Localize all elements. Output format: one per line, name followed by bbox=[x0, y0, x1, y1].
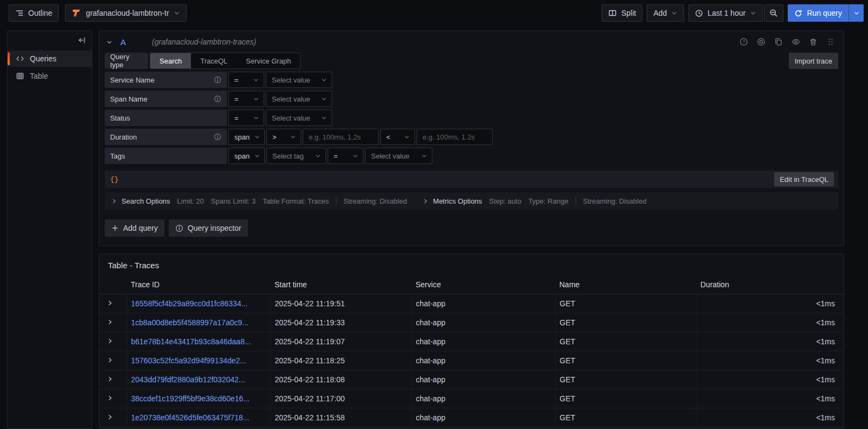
service-cell: chat-app bbox=[411, 351, 555, 370]
svg-text:?: ? bbox=[743, 39, 745, 45]
help-icon[interactable]: ? bbox=[739, 37, 748, 46]
tags-tag-select[interactable]: Select tag bbox=[266, 148, 326, 164]
service-cell: chat-app bbox=[411, 332, 555, 351]
duration-scope-select[interactable]: span bbox=[228, 129, 265, 145]
tempo-logo-icon bbox=[72, 8, 81, 18]
trace-id-link[interactable]: 1e20738e0f4526d5fe063475f718... bbox=[131, 413, 250, 422]
expand-row-icon[interactable] bbox=[107, 338, 113, 344]
copy-query-icon[interactable] bbox=[774, 37, 783, 46]
disable-query-icon[interactable] bbox=[757, 37, 765, 46]
traceql-preview-code: {} bbox=[110, 175, 119, 184]
add-button[interactable]: Add bbox=[647, 4, 684, 22]
trace-id-link[interactable]: 2043dd79fdf2880a9b12f032042... bbox=[131, 375, 245, 384]
query-editor-panel: A (grafanacloud-lambtron-traces) ? bbox=[99, 30, 844, 246]
expand-row-icon[interactable] bbox=[107, 319, 113, 325]
query-actions-row: Add query Query inspector bbox=[105, 219, 838, 237]
trace-id-link[interactable]: 1cb8a00d8eb5f4588997a17a0c9... bbox=[131, 318, 248, 327]
query-type-traceql[interactable]: TraceQL bbox=[191, 53, 237, 68]
sidebar-item-table[interactable]: Table bbox=[8, 68, 92, 84]
trace-id-cell: 2043dd79fdf2880a9b12f032042... bbox=[126, 370, 270, 389]
run-query-dropdown-toggle[interactable] bbox=[848, 4, 864, 22]
split-icon bbox=[608, 9, 617, 17]
duration-cell: <1ms bbox=[696, 313, 844, 332]
time-range-label: Last 1 hour bbox=[707, 9, 745, 17]
chevron-down-icon bbox=[404, 134, 410, 140]
span-name-value-select[interactable]: Select value bbox=[266, 91, 332, 107]
query-type-radio-group: Search TraceQL Service Graph bbox=[150, 53, 301, 69]
query-ref-id[interactable]: A bbox=[120, 37, 126, 47]
query-type-label: Query type bbox=[105, 53, 148, 69]
column-header-duration[interactable]: Duration bbox=[696, 276, 844, 294]
collapse-outline-icon[interactable] bbox=[78, 36, 86, 45]
duration-max-input[interactable] bbox=[417, 129, 493, 145]
expand-row-icon[interactable] bbox=[107, 414, 113, 420]
duration-min-input[interactable] bbox=[303, 129, 379, 145]
split-button[interactable]: Split bbox=[602, 4, 642, 22]
time-controls: Last 1 hour bbox=[688, 4, 783, 22]
column-header-service[interactable]: Service bbox=[411, 276, 555, 294]
trace-id-link[interactable]: 157603c52fc5a92d94f99134de2... bbox=[131, 356, 247, 365]
name-cell: GET bbox=[555, 389, 696, 408]
duration-cell: <1ms bbox=[696, 332, 844, 351]
query-inspector-button[interactable]: Query inspector bbox=[169, 219, 248, 237]
trace-id-link[interactable]: 16558f5cf4b29a89cc0d1fc86334... bbox=[131, 299, 248, 308]
chevron-down-icon bbox=[321, 77, 327, 83]
start-time-cell: 2025-04-22 11:15:58 bbox=[270, 408, 411, 427]
row-expander-cell bbox=[99, 332, 126, 351]
add-query-label: Add query bbox=[123, 224, 158, 232]
import-trace-button[interactable]: Import trace bbox=[789, 53, 838, 69]
add-query-button[interactable]: Add query bbox=[105, 219, 164, 237]
tags-scope-select[interactable]: span bbox=[228, 148, 265, 164]
tags-operator-select[interactable]: = bbox=[328, 148, 363, 164]
expand-row-icon[interactable] bbox=[107, 357, 113, 363]
drag-handle-icon[interactable] bbox=[826, 37, 835, 46]
edit-in-traceql-button[interactable]: Edit in TraceQL bbox=[774, 172, 834, 186]
column-header-name[interactable]: Name bbox=[555, 276, 696, 294]
hide-response-icon[interactable] bbox=[792, 37, 800, 46]
start-time-cell: 2025-04-22 11:19:07 bbox=[270, 332, 411, 351]
status-value-select[interactable]: Select value bbox=[266, 110, 332, 126]
chevron-down-icon bbox=[853, 10, 860, 16]
remove-query-icon[interactable] bbox=[809, 37, 818, 46]
table-row: 1cb8a00d8eb5f4588997a17a0c9... 2025-04-2… bbox=[99, 313, 844, 332]
sidebar-item-queries[interactable]: Queries bbox=[8, 51, 92, 67]
service-name-row: Service Name = Select value bbox=[105, 72, 838, 88]
collapse-query-icon[interactable] bbox=[106, 39, 113, 46]
service-cell: chat-app bbox=[411, 294, 555, 313]
outline-label: Outline bbox=[28, 9, 52, 17]
trace-id-cell: 16558f5cf4b29a89cc0d1fc86334... bbox=[126, 294, 270, 313]
datasource-picker[interactable]: grafanacloud-lambtron-tr bbox=[65, 4, 186, 22]
span-name-operator-select[interactable]: = bbox=[228, 91, 264, 107]
query-row-header: A (grafanacloud-lambtron-traces) ? bbox=[105, 33, 838, 51]
outline-toggle-button[interactable]: Outline bbox=[9, 4, 59, 22]
query-type-search[interactable]: Search bbox=[150, 53, 191, 68]
zoom-out-time-button[interactable] bbox=[764, 4, 783, 22]
column-header-start-time[interactable]: Start time bbox=[270, 276, 411, 294]
status-operator-select[interactable]: = bbox=[228, 110, 264, 126]
name-cell: GET bbox=[555, 351, 696, 370]
column-header-trace-id[interactable]: Trace ID bbox=[126, 276, 270, 294]
search-minus-icon bbox=[769, 9, 778, 17]
traceql-preview-row: {} Edit in TraceQL bbox=[105, 171, 838, 188]
expand-row-icon[interactable] bbox=[107, 376, 113, 382]
row-expander-cell bbox=[99, 294, 126, 313]
run-query-button[interactable]: Run query bbox=[788, 4, 848, 22]
expand-row-icon[interactable] bbox=[107, 395, 113, 401]
service-cell: chat-app bbox=[411, 313, 555, 332]
expand-row-icon[interactable] bbox=[107, 300, 113, 306]
search-options-title: Search Options bbox=[122, 197, 170, 205]
tags-value-select[interactable]: Select value bbox=[365, 148, 432, 164]
query-type-service-graph[interactable]: Service Graph bbox=[237, 53, 300, 68]
trace-id-link[interactable]: b61e78b14e43417b93c8a46daa8... bbox=[131, 337, 251, 346]
duration-min-operator-select[interactable]: > bbox=[266, 129, 301, 145]
service-name-operator-select[interactable]: = bbox=[228, 72, 264, 88]
trace-id-link[interactable]: 38ccdef1c1929ff5bf9e38cd60e16... bbox=[131, 394, 250, 403]
service-cell: chat-app bbox=[411, 389, 555, 408]
duration-max-operator-select[interactable]: < bbox=[380, 129, 415, 145]
metrics-options-toggle[interactable]: Metrics Options bbox=[423, 197, 482, 205]
time-range-picker[interactable]: Last 1 hour bbox=[688, 4, 763, 22]
chevron-down-icon bbox=[352, 153, 359, 159]
trace-id-cell: b61e78b14e43417b93c8a46daa8... bbox=[126, 332, 270, 351]
search-options-toggle[interactable]: Search Options bbox=[111, 197, 170, 205]
service-name-value-select[interactable]: Select value bbox=[266, 72, 332, 88]
